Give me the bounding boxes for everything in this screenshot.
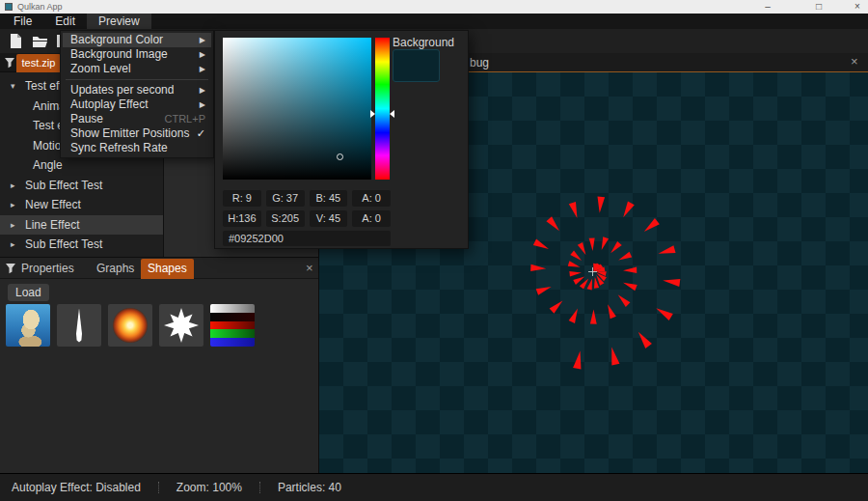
color-field[interactable]: B: 45 (310, 190, 348, 207)
new-file-button[interactable] (8, 33, 24, 49)
color-picker-popup: R: 9G: 37B: 45A: 0 H:136S:205V: 45A: 0 #… (214, 30, 469, 249)
title-bar: Qulkan App – □ × (0, 0, 868, 14)
tree-item-line-effect[interactable]: ▸Line Effect (0, 215, 163, 235)
open-folder-icon (32, 33, 48, 49)
menu-item-zoom-level[interactable]: Zoom Level▶ (63, 62, 211, 76)
menu-item-label: Updates per second (70, 83, 174, 97)
emitter-crosshair (592, 267, 593, 276)
status-item: Autoplay Effect: Disabled (12, 481, 141, 494)
close-button[interactable]: × (847, 0, 868, 13)
menubar-item-preview[interactable]: Preview (87, 14, 151, 29)
particle (622, 280, 637, 291)
particle (617, 252, 632, 264)
menubar-item-edit[interactable]: Edit (43, 14, 87, 29)
color-field[interactable]: H:136 (223, 210, 261, 227)
tab-shapes[interactable]: Shapes (141, 259, 194, 279)
status-separator (158, 482, 159, 493)
tab-graphs[interactable]: Graphs (96, 259, 134, 279)
menu-item-updates-per-second[interactable]: Updates per second▶ (63, 83, 211, 97)
chevron-right-icon[interactable]: ▸ (11, 235, 15, 254)
menu-item-background-color[interactable]: Background Color▶ (63, 33, 211, 47)
tree-item-sub-effect-test[interactable]: ▸Sub Effect Test (0, 235, 163, 254)
maximize-button[interactable]: □ (808, 0, 829, 13)
color-field[interactable]: S:205 (266, 210, 305, 227)
tree-item-label: Angle (33, 155, 63, 175)
particle (550, 298, 565, 314)
sv-cursor[interactable] (337, 153, 343, 160)
status-item: Zoom: 100% (176, 481, 242, 494)
tree-item-label: New Effect (25, 195, 81, 214)
menu-bar: FileEditPreview (0, 14, 868, 29)
fireball-shape (113, 308, 148, 343)
close-icon[interactable]: × (306, 263, 313, 274)
shape-thumbnail-star[interactable] (159, 304, 203, 347)
shape-thumbnail-cone[interactable] (57, 304, 101, 347)
menubar-item-file[interactable]: File (2, 14, 43, 29)
chevron-right-icon[interactable]: ▸ (11, 176, 15, 195)
particle (654, 305, 673, 320)
particle (578, 242, 588, 256)
chevron-right-icon[interactable]: ▸ (11, 215, 15, 235)
filter-icon[interactable] (4, 57, 15, 69)
submenu-arrow-icon: ▶ (200, 62, 205, 76)
load-button[interactable]: Load (8, 284, 49, 301)
shapes-panel: PropertiesGraphsShapes × Load (0, 257, 318, 473)
shape-thumbnail-statue-photo[interactable] (6, 304, 50, 347)
shape-thumbnail-gradient-bars[interactable] (210, 304, 255, 347)
menu-item-show-emitter-positions[interactable]: Show Emitter Positions✓ (63, 126, 211, 141)
color-field[interactable]: A: 0 (352, 190, 391, 207)
color-field[interactable]: R: 9 (223, 190, 261, 207)
menu-item-label: Show Emitter Positions (70, 126, 189, 140)
particle (641, 218, 659, 235)
hue-slider[interactable] (375, 38, 390, 180)
menu-item-label: Zoom Level (70, 62, 131, 75)
shapes-panel-header: PropertiesGraphsShapes × (0, 258, 318, 279)
tree-item-angle[interactable]: Angle (0, 155, 163, 175)
tab-properties[interactable]: Properties (21, 259, 74, 279)
particle (569, 270, 582, 277)
menu-item-label: Sync Refresh Rate (70, 141, 168, 154)
menu-shortcut: CTRL+P (165, 112, 206, 126)
particle (587, 278, 595, 291)
color-field[interactable]: G: 37 (266, 190, 305, 207)
menu-item-background-image[interactable]: Background Image▶ (63, 47, 211, 62)
particle (620, 201, 635, 219)
tree-item-sub-effect-test[interactable]: ▸Sub Effect Test (0, 176, 163, 195)
color-field[interactable]: A: 0 (352, 210, 391, 227)
rgba-fields: R: 9G: 37B: 45A: 0 (223, 190, 391, 207)
menu-item-label: Pause (70, 112, 103, 125)
particle (573, 350, 584, 370)
particle (536, 284, 553, 295)
particle (530, 264, 546, 272)
particle (599, 237, 609, 251)
preview-menu: Background Color▶Background Image▶Zoom L… (60, 30, 214, 158)
hex-color-field[interactable]: #09252D00 (223, 231, 391, 246)
close-icon[interactable]: × (851, 56, 858, 68)
hue-indicator-right (390, 110, 394, 118)
menu-item-label: Background Color (70, 33, 163, 46)
minimize-button[interactable]: – (757, 0, 778, 13)
particle (615, 292, 630, 307)
color-field[interactable]: V: 45 (310, 210, 348, 227)
open-file-button[interactable] (32, 33, 48, 49)
new-file-icon (8, 33, 24, 49)
saturation-value-square[interactable] (223, 38, 371, 180)
menu-item-autoplay-effect[interactable]: Autoplay Effect▶ (63, 97, 211, 112)
chevron-down-icon[interactable]: ▾ (11, 76, 15, 96)
current-color-swatch (393, 49, 440, 82)
menu-item-pause[interactable]: PauseCTRL+P (63, 112, 211, 126)
submenu-arrow-icon: ▶ (200, 83, 205, 97)
shape-thumbnail-fireball[interactable] (108, 304, 152, 347)
status-item: Particles: 40 (278, 481, 341, 494)
filter-icon[interactable] (5, 263, 16, 274)
menu-item-sync-refresh-rate[interactable]: Sync Refresh Rate (63, 141, 211, 155)
particle (590, 310, 597, 324)
submenu-arrow-icon: ▶ (200, 47, 205, 62)
menu-item-label: Autoplay Effect (70, 97, 149, 111)
particle (609, 241, 622, 255)
chevron-right-icon[interactable]: ▸ (11, 195, 15, 214)
tree-item-new-effect[interactable]: ▸New Effect (0, 195, 163, 214)
particle (608, 347, 619, 366)
window-title: Qulkan App (17, 2, 63, 12)
tab-test-zip[interactable]: test.zip (16, 54, 61, 72)
